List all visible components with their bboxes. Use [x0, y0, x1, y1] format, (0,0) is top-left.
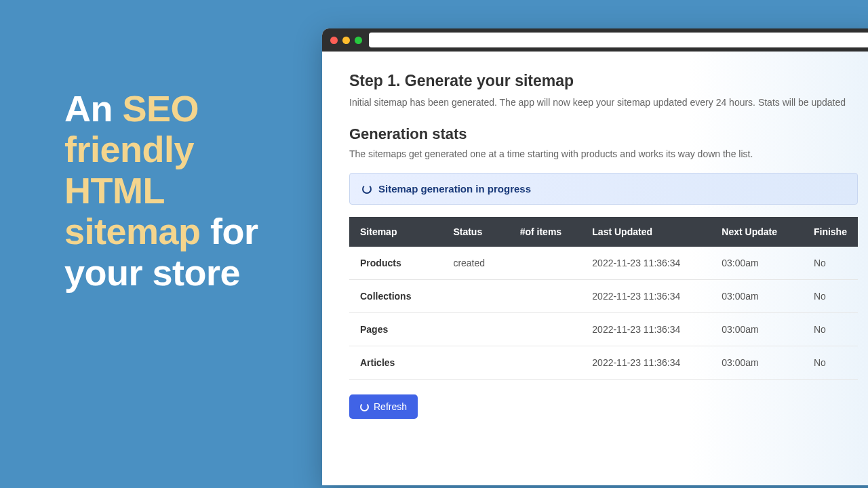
table-row: Collections 2022-11-23 11:36:34 03:00am … [349, 280, 858, 313]
spinner-icon [362, 184, 372, 194]
cell-status [442, 280, 509, 313]
cell-status [442, 346, 509, 380]
maximize-icon[interactable] [355, 37, 362, 44]
stats-description: The sitemaps get generated one at a time… [349, 148, 858, 159]
browser-titlebar [322, 28, 868, 52]
cell-next: 03:00am [711, 280, 803, 313]
browser-window: Step 1. Generate your sitemap Initial si… [322, 28, 868, 485]
step-description: Initial sitemap has been generated. The … [349, 97, 858, 108]
cell-finished: No [803, 280, 858, 313]
cell-items [509, 313, 582, 346]
cell-items [509, 247, 582, 280]
cell-last: 2022-11-23 11:36:34 [581, 280, 711, 313]
cell-last: 2022-11-23 11:36:34 [581, 346, 711, 380]
cell-sitemap: Collections [349, 280, 442, 313]
col-header-last: Last Updated [581, 217, 711, 247]
window-controls [330, 37, 362, 44]
url-bar[interactable] [369, 33, 868, 47]
col-header-sitemap: Sitemap [349, 217, 442, 247]
col-header-finished: Finishe [803, 217, 858, 247]
cell-finished: No [803, 313, 858, 346]
table-body: Products created 2022-11-23 11:36:34 03:… [349, 247, 858, 380]
cell-next: 03:00am [711, 346, 803, 380]
table-row: Pages 2022-11-23 11:36:34 03:00am No [349, 313, 858, 346]
close-icon[interactable] [330, 37, 338, 44]
table-header-row: Sitemap Status #of items Last Updated Ne… [349, 217, 858, 247]
headline-accent-2: HTML sitemap [64, 170, 201, 251]
cell-last: 2022-11-23 11:36:34 [581, 313, 711, 346]
refresh-button[interactable]: Refresh [349, 394, 418, 419]
cell-next: 03:00am [711, 247, 803, 280]
cell-items [509, 346, 582, 380]
refresh-label: Refresh [374, 401, 407, 412]
minimize-icon[interactable] [342, 37, 350, 44]
cell-finished: No [803, 346, 858, 380]
cell-finished: No [803, 247, 858, 280]
cell-sitemap: Pages [349, 313, 442, 346]
cell-next: 03:00am [711, 313, 803, 346]
col-header-next: Next Update [711, 217, 803, 247]
cell-last: 2022-11-23 11:36:34 [581, 247, 711, 280]
cell-sitemap: Articles [349, 346, 442, 380]
cell-items [509, 280, 582, 313]
refresh-icon [360, 403, 369, 411]
progress-text: Sitemap generation in progress [378, 183, 531, 195]
headline-part-1: An [64, 88, 123, 129]
marketing-headline: An SEO friendly HTML sitemap for your st… [64, 88, 288, 293]
sitemap-table: Sitemap Status #of items Last Updated Ne… [349, 217, 858, 380]
cell-sitemap: Products [349, 247, 442, 280]
app-page: Step 1. Generate your sitemap Initial si… [322, 52, 868, 485]
progress-banner: Sitemap generation in progress [349, 173, 858, 205]
cell-status: created [442, 247, 509, 280]
table-row: Products created 2022-11-23 11:36:34 03:… [349, 247, 858, 280]
step-title: Step 1. Generate your sitemap [349, 72, 858, 90]
col-header-status: Status [442, 217, 509, 247]
cell-status [442, 313, 509, 346]
table-row: Articles 2022-11-23 11:36:34 03:00am No [349, 346, 858, 380]
col-header-items: #of items [509, 217, 582, 247]
stats-title: Generation stats [349, 125, 858, 143]
